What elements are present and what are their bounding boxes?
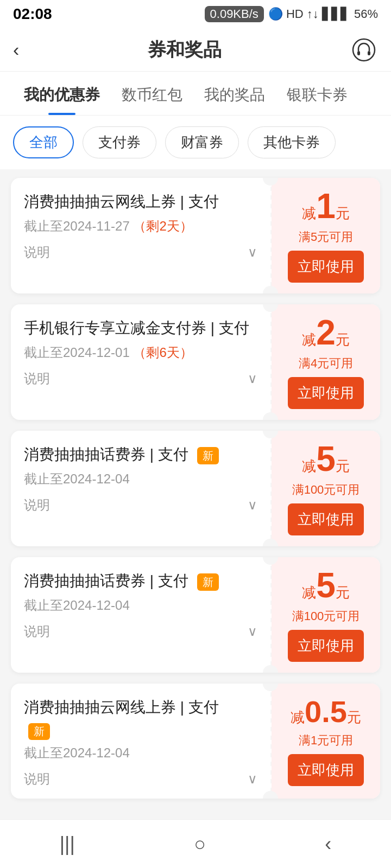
status-icons: 🔵 HD ↑↓ ▋▋▋ (268, 7, 350, 21)
coupon-desc-label: 说明 (24, 496, 50, 514)
back-button[interactable]: ‹ (13, 39, 19, 60)
coupon-date: 截止至2024-12-04 (24, 744, 257, 762)
expand-icon[interactable]: ∨ (248, 245, 257, 260)
use-coupon-button[interactable]: 立即使用 (288, 630, 364, 662)
coupon-title: 消费抽抽抽话费券 | 支付 新 (24, 570, 257, 591)
discount-amount: 减0.5元 (291, 697, 361, 727)
svg-rect-1 (357, 51, 360, 55)
coupon-right: 减0.5元 满1元可用 立即使用 (272, 684, 380, 799)
use-coupon-button[interactable]: 立即使用 (288, 251, 364, 283)
coupon-item: 消费抽抽抽话费券 | 支付 新 截止至2024-12-04 说明 ∨ 减5元 满… (11, 431, 380, 546)
coupon-separator (270, 557, 272, 673)
expand-icon[interactable]: ∨ (248, 771, 257, 787)
use-coupon-button[interactable]: 立即使用 (288, 503, 364, 535)
coupon-left: 手机银行专享立减金支付券 | 支付 截止至2024-12-01 （剩6天） 说明… (11, 304, 270, 420)
expand-icon[interactable]: ∨ (248, 371, 257, 386)
coupon-desc-row: 说明 ∨ (24, 244, 257, 261)
discount-amount: 减1元 (302, 189, 350, 224)
expand-icon[interactable]: ∨ (248, 624, 257, 639)
new-badge: 新 (28, 723, 50, 740)
new-badge: 新 (197, 447, 219, 464)
min-amount: 满5元可用 (299, 229, 353, 245)
expand-icon[interactable]: ∨ (248, 497, 257, 513)
coupon-right: 减1元 满5元可用 立即使用 (272, 178, 380, 293)
header: ‹ 券和奖品 (0, 28, 391, 72)
coupon-left: 消费抽抽抽话费券 | 支付 新 截止至2024-12-04 说明 ∨ (11, 431, 270, 546)
coupon-desc-row: 说明 ∨ (24, 370, 257, 387)
coupon-title: 消费抽抽抽云网线上券 | 支付 (24, 697, 257, 718)
coupon-left: 消费抽抽抽云网线上券 | 支付 截止至2024-11-27 （剩2天） 说明 ∨ (11, 178, 270, 293)
coupon-separator (270, 431, 272, 546)
service-button[interactable] (350, 36, 378, 64)
filter-other[interactable]: 其他卡券 (248, 126, 336, 158)
use-coupon-button[interactable]: 立即使用 (288, 754, 364, 786)
use-coupon-button[interactable]: 立即使用 (288, 377, 364, 409)
network-speed: 0.09KB/s (205, 6, 264, 22)
status-bar: 02:08 0.09KB/s 🔵 HD ↑↓ ▋▋▋ 56% (0, 0, 391, 28)
battery-indicator: 56% (354, 7, 378, 21)
min-amount: 满100元可用 (292, 608, 360, 624)
coupon-desc-label: 说明 (24, 370, 50, 387)
coupon-right: 减5元 满100元可用 立即使用 (272, 431, 380, 546)
min-amount: 满1元可用 (299, 732, 353, 749)
coupon-item: 消费抽抽抽云网线上券 | 支付 新 截止至2024-12-04 说明 ∨ 减0.… (11, 684, 380, 799)
content-area: 全部 支付券 财富券 其他卡券 消费抽抽抽云网线上券 | 支付 截止至2024-… (0, 116, 391, 861)
svg-rect-2 (368, 51, 370, 55)
discount-amount: 减5元 (302, 442, 350, 476)
tab-digital-red-packet[interactable]: 数币红包 (111, 72, 193, 115)
coupon-left: 消费抽抽抽话费券 | 支付 新 截止至2024-12-04 说明 ∨ (11, 557, 270, 673)
coupon-date: 截止至2024-12-01 （剩6天） (24, 344, 257, 361)
tab-my-coupons[interactable]: 我的优惠券 (13, 72, 111, 115)
tab-my-prizes[interactable]: 我的奖品 (193, 72, 276, 115)
discount-amount: 减2元 (302, 315, 350, 350)
coupon-separator (270, 304, 272, 420)
tab-unionpay[interactable]: 银联卡券 (276, 72, 358, 115)
svg-point-0 (353, 39, 375, 61)
coupon-list: 消费抽抽抽云网线上券 | 支付 截止至2024-11-27 （剩2天） 说明 ∨… (0, 169, 391, 807)
coupon-item: 手机银行专享立减金支付券 | 支付 截止至2024-12-01 （剩6天） 说明… (11, 304, 380, 420)
coupon-desc-row: 说明 ∨ (24, 770, 257, 788)
nav-back-button[interactable]: ‹ (325, 833, 331, 856)
nav-home-button[interactable]: ○ (194, 833, 206, 856)
filter-wealth[interactable]: 财富券 (165, 126, 239, 158)
coupon-desc-row: 说明 ∨ (24, 496, 257, 514)
status-time: 02:08 (13, 5, 52, 23)
coupon-left: 消费抽抽抽云网线上券 | 支付 新 截止至2024-12-04 说明 ∨ (11, 684, 270, 799)
page-title: 券和奖品 (148, 37, 222, 62)
new-badge: 新 (197, 573, 219, 591)
filter-all[interactable]: 全部 (13, 126, 74, 158)
coupon-right: 减5元 满100元可用 立即使用 (272, 557, 380, 673)
filter-payment[interactable]: 支付券 (83, 126, 156, 158)
filter-row: 全部 支付券 财富券 其他卡券 (0, 116, 391, 169)
coupon-title: 消费抽抽抽话费券 | 支付 新 (24, 444, 257, 465)
coupon-desc-label: 说明 (24, 770, 50, 788)
coupon-separator (270, 178, 272, 293)
coupon-date: 截止至2024-12-04 (24, 470, 257, 488)
coupon-item: 消费抽抽抽云网线上券 | 支付 截止至2024-11-27 （剩2天） 说明 ∨… (11, 178, 380, 293)
nav-menu-button[interactable]: ||| (60, 833, 75, 856)
coupon-desc-label: 说明 (24, 244, 50, 261)
coupon-item: 消费抽抽抽话费券 | 支付 新 截止至2024-12-04 说明 ∨ 减5元 满… (11, 557, 380, 673)
bottom-nav: ||| ○ ‹ (0, 819, 391, 868)
coupon-date: 截止至2024-11-27 （剩2天） (24, 218, 257, 235)
min-amount: 满4元可用 (299, 355, 353, 372)
coupon-right: 减2元 满4元可用 立即使用 (272, 304, 380, 420)
coupon-separator (270, 684, 272, 799)
coupon-title: 消费抽抽抽云网线上券 | 支付 (24, 191, 257, 212)
discount-amount: 减5元 (302, 568, 350, 603)
coupon-date: 截止至2024-12-04 (24, 597, 257, 614)
main-tabs: 我的优惠券 数币红包 我的奖品 银联卡券 (0, 72, 391, 116)
min-amount: 满100元可用 (292, 482, 360, 498)
coupon-title: 手机银行专享立减金支付券 | 支付 (24, 317, 257, 339)
coupon-desc-row: 说明 ∨ (24, 623, 257, 640)
coupon-desc-label: 说明 (24, 623, 50, 640)
status-right: 0.09KB/s 🔵 HD ↑↓ ▋▋▋ 56% (205, 6, 378, 22)
